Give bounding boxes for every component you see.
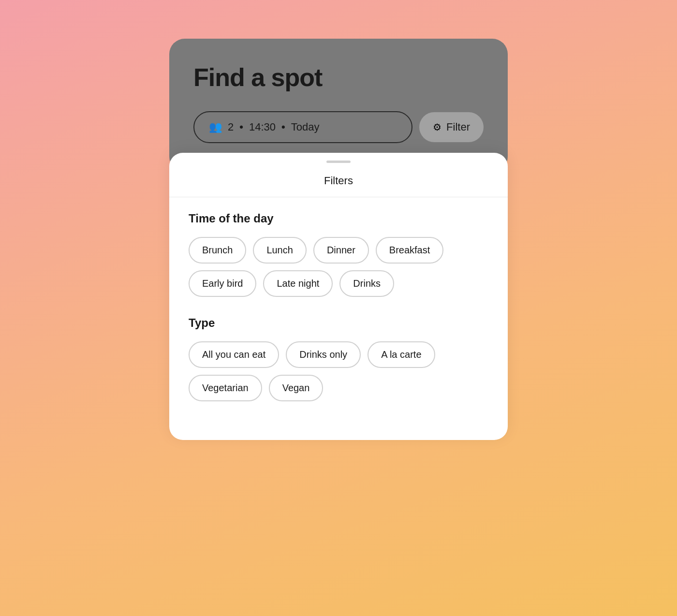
app-container: Find a spot 👥 2 • 14:30 • Today ⚙ Filter… [169,39,508,440]
chip-all-you-can-eat[interactable]: All you can eat [189,341,279,368]
bottom-sheet: Filters Time of the day Brunch Lunch Din… [169,153,508,440]
chip-drinks-only[interactable]: Drinks only [286,341,361,368]
page-title: Find a spot [193,63,484,92]
people-icon: 👥 [209,121,222,133]
chip-brunch[interactable]: Brunch [189,237,246,264]
sheet-handle-row [169,153,508,167]
section-title-type: Type [189,316,488,330]
section-type: Type All you can eat Drinks only A la ca… [169,316,508,401]
separator-1: • [239,121,243,133]
section-title-time: Time of the day [189,212,488,225]
sheet-handle [326,161,351,163]
section-time-of-day: Time of the day Brunch Lunch Dinner Brea… [169,212,508,297]
chip-vegetarian[interactable]: Vegetarian [189,375,262,401]
background-card: Find a spot 👥 2 • 14:30 • Today ⚙ Filter [169,39,508,172]
guests-count: 2 [228,121,234,133]
chip-vegan[interactable]: Vegan [269,375,324,401]
chip-early-bird[interactable]: Early bird [189,270,256,297]
chip-dinner[interactable]: Dinner [313,237,369,264]
chip-a-la-carte[interactable]: A la carte [368,341,435,368]
search-bar-row: 👥 2 • 14:30 • Today ⚙ Filter [193,111,484,143]
chip-late-night[interactable]: Late night [263,270,333,297]
chip-lunch[interactable]: Lunch [253,237,307,264]
search-pill[interactable]: 👥 2 • 14:30 • Today [193,111,412,143]
filter-label: Filter [446,121,470,133]
chips-row-time: Brunch Lunch Dinner Breakfast Early bird… [189,237,488,297]
chip-drinks[interactable]: Drinks [339,270,394,297]
time-value: 14:30 [249,121,276,133]
chip-breakfast[interactable]: Breakfast [376,237,443,264]
filter-pill[interactable]: ⚙ Filter [419,112,484,142]
sheet-divider [169,197,508,197]
separator-2: • [281,121,285,133]
chips-row-type: All you can eat Drinks only A la carte V… [189,341,488,401]
sheet-title: Filters [169,167,508,197]
filter-icon: ⚙ [433,121,442,133]
date-value: Today [291,121,320,133]
